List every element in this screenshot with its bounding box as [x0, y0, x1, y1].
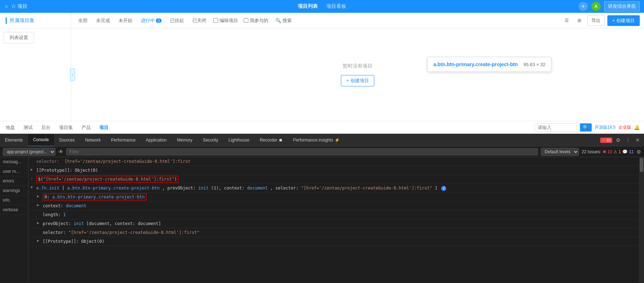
log-level-select[interactable]: Default levels	[541, 148, 579, 156]
highlighted-item-0: 0: a.btn.btn-primary.create-project-btn	[43, 193, 147, 201]
tab-closed[interactable]: 已关闭	[191, 17, 208, 24]
tab-not-started[interactable]: 未开始	[117, 17, 134, 24]
app-search-button[interactable]: 🔍	[580, 123, 592, 132]
entry-arrow-icon: ▶	[28, 166, 35, 171]
nav-link-project-list[interactable]: 项目列表	[298, 3, 318, 10]
eye-icon[interactable]: 👁	[58, 149, 63, 155]
enterprise-badge: 企业版	[618, 124, 631, 130]
empty-text: 暂时没有项目	[343, 63, 373, 69]
devtools-tab-elements[interactable]: Elements	[0, 134, 28, 146]
sidebar-item-messages[interactable]: messag...	[0, 157, 28, 167]
alert-icon: 🔔	[634, 125, 640, 130]
issues-badge: 22 Issues: ✖ 10 ⚠ 1 💬 11	[582, 149, 634, 154]
log-entry-proto2: ▶ [[Prototype]]: Object(0)	[28, 237, 639, 246]
app-nav-test[interactable]: 测试	[22, 124, 34, 131]
sidebar-item-errors[interactable]: errors	[0, 176, 28, 186]
sidebar-item-info[interactable]: info	[0, 196, 28, 205]
sidebar-collapse-btn[interactable]: ‹	[70, 68, 75, 81]
log-entry-item-0: ▶ 0: a.btn.btn-primary.create-project-bt…	[28, 193, 639, 202]
entry-text-prototype: [[Prototype]]: Object(0)	[35, 166, 639, 175]
devtools-tab-application[interactable]: Application	[141, 134, 172, 146]
research-btn[interactable]: 研发综合界面	[604, 1, 640, 11]
entry-text-item-0: 0: a.btn.btn-primary.create-project-btn	[41, 193, 639, 201]
list-view-btn[interactable]: ☰	[562, 16, 572, 26]
top-nav-links: 项目列表 项目看板	[298, 3, 346, 10]
sidebar-item-verbose[interactable]: verbose	[0, 205, 28, 215]
entry-text-result: e.fn.init [ a.btn.btn-primary.create-pro…	[35, 184, 639, 192]
create-project-button[interactable]: + 创建项目	[607, 15, 640, 26]
scrollbar-thumb[interactable]	[640, 158, 643, 172]
checkbox-edit-project[interactable]: 编辑项目	[213, 17, 238, 24]
edit-project-checkbox[interactable]	[213, 18, 218, 23]
entry-item-icon: ▶	[35, 193, 41, 198]
log-entry-selector-val: selector: "[href='/zentao/project-create…	[28, 228, 639, 237]
devtools-tab-performance-insights[interactable]: Performance insights ⚡	[288, 134, 345, 146]
log-entry-selector: selector: [href='/zentao/project-createG…	[28, 157, 639, 166]
content-area: 暂时没有项目 + 创建项目	[71, 28, 644, 121]
entry-text-context: context: document	[41, 202, 639, 210]
list-settings-button[interactable]: 列表设置	[4, 32, 34, 43]
app-search-input[interactable]	[534, 123, 577, 132]
app-nav-dashboard[interactable]: 地盘	[4, 124, 16, 131]
error-issue-count: ✖ 10	[603, 149, 612, 154]
devtools-tab-network[interactable]: Network	[80, 134, 106, 146]
app-nav-projectset[interactable]: 项目集	[58, 124, 74, 131]
entry-selectorval-icon	[35, 228, 41, 230]
devtools-tab-performance[interactable]: Performance	[106, 134, 141, 146]
devtools-more-icon[interactable]: ⋮	[624, 137, 632, 143]
log-scrollbar[interactable]	[639, 157, 644, 283]
app-nav-backend[interactable]: 后台	[40, 124, 52, 131]
user-avatar[interactable]: A	[591, 2, 601, 11]
my-projects-checkbox[interactable]	[244, 18, 248, 23]
devtools-settings-icon[interactable]: ⚙	[614, 137, 622, 143]
devtools-tab-sources[interactable]: Sources	[54, 134, 80, 146]
log-entry-user-input: › $("[href='/zentao/project-createGuide-…	[28, 175, 639, 184]
grid-view-btn[interactable]: ⊞	[575, 16, 585, 26]
main-content: 列表设置 ‹ 暂时没有项目 + 创建项目 a.btn.btn-primary.c…	[0, 28, 644, 121]
top-navigation: ☆ ☆ 项目 项目列表 项目看板 + A 研发综合界面	[0, 0, 644, 13]
warn-issue-count: ⚠ 1	[613, 149, 621, 154]
add-button[interactable]: +	[579, 2, 588, 11]
entry-proto2-icon: ▶	[35, 237, 41, 242]
export-button[interactable]: 导出	[587, 15, 605, 26]
entry-prevobj-icon: ▶	[35, 219, 41, 225]
devtools-tab-security[interactable]: Security	[198, 134, 223, 146]
app-nav-project[interactable]: 项目	[98, 124, 110, 131]
app-nav-right: 🔍 开源版18.5 企业版 🔔	[534, 123, 640, 132]
log-entry-prototype: ▶ [[Prototype]]: Object(0)	[28, 166, 639, 175]
log-entry-length: length: 1	[28, 210, 639, 219]
entry-expand-icon	[28, 157, 35, 159]
devtools-tab-recorder[interactable]: Recorder ⏺	[255, 134, 288, 146]
info-issue-count: 💬 11	[622, 149, 634, 154]
tooltip-size-text: 95.63 × 32	[523, 62, 545, 67]
log-entry-result: ▼ e.fn.init [ a.btn.btn-primary.create-p…	[28, 184, 639, 193]
devtools-close-icon[interactable]: ✕	[634, 137, 641, 143]
entry-text-user-input: $("[href='/zentao/project-createGuide-0.…	[35, 175, 639, 183]
sidebar-label: 所属项目集	[0, 13, 71, 28]
console-settings-icon[interactable]: ⚙	[637, 149, 641, 155]
devtools-tab-console[interactable]: Console	[28, 134, 54, 146]
tab-in-progress[interactable]: 进行中 0	[139, 17, 163, 24]
sidebar-item-user-messages[interactable]: user m...	[0, 167, 28, 176]
tab-incomplete[interactable]: 未完成	[95, 17, 111, 24]
app-nav-product[interactable]: 产品	[80, 124, 92, 131]
search-icon-area[interactable]: 🔍 搜索	[274, 17, 293, 24]
entry-text-selector: selector: [href='/zentao/project-createG…	[35, 157, 639, 166]
entry-result-collapse-icon[interactable]: ▼	[28, 184, 35, 189]
console-filter-input[interactable]	[66, 148, 538, 155]
create-project-inline-button[interactable]: + 创建项目	[341, 75, 374, 86]
tab-all[interactable]: 全部	[77, 17, 89, 24]
second-navigation: 所属项目集 全部 未完成 未开始 进行中 0 已挂起 已关闭 编辑项目 我参与的…	[0, 13, 644, 28]
nav-link-project-board[interactable]: 项目看板	[326, 3, 346, 10]
filter-tabs: 全部 未完成 未开始 进行中 0 已挂起 已关闭 编辑项目 我参与的 🔍 搜索	[71, 17, 562, 24]
sidebar-item-warnings[interactable]: warnings	[0, 186, 28, 196]
highlighted-input: $("[href='/zentao/project-createGuide-0.…	[36, 176, 179, 183]
devtools-tab-lighthouse[interactable]: Lighthouse	[223, 134, 255, 146]
checkbox-my-projects[interactable]: 我参与的	[244, 17, 268, 24]
tab-suspended[interactable]: 已挂起	[169, 17, 185, 24]
element-tooltip: a.btn.btn-primary.create-project-btn 95.…	[427, 57, 551, 72]
logo-icon: ☆	[4, 4, 9, 9]
context-selector[interactable]: app-project (project...	[3, 148, 56, 156]
devtools-tab-memory[interactable]: Memory	[172, 134, 198, 146]
log-entry-context: ▶ context: document	[28, 202, 639, 210]
